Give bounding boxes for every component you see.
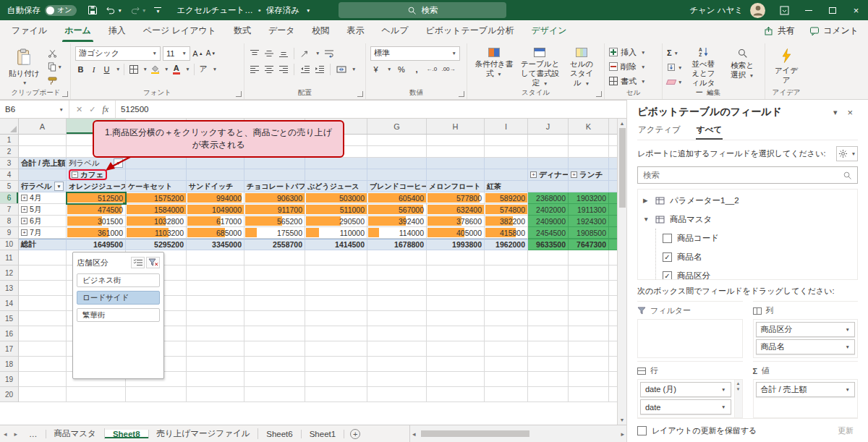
- column-header-A[interactable]: A: [19, 119, 67, 134]
- field-item[interactable]: 商品区分: [656, 266, 857, 280]
- cell-H19[interactable]: [427, 372, 485, 387]
- cell-I12[interactable]: [485, 265, 528, 281]
- cell-F7[interactable]: 511000: [305, 204, 367, 216]
- cell-A7[interactable]: +5月: [19, 204, 67, 216]
- undo-icon[interactable]: ▼: [102, 2, 125, 18]
- sheet-nav-left-icon[interactable]: ◂: [0, 425, 11, 442]
- row-header-9[interactable]: 9: [0, 227, 19, 239]
- ribbon-tab-view[interactable]: 表示: [339, 20, 373, 42]
- cell-I20[interactable]: [485, 387, 528, 402]
- field-pill[interactable]: 合計 / 売上額▼: [756, 382, 856, 397]
- cell-C7[interactable]: 1584000: [126, 204, 187, 216]
- cell-H17[interactable]: [427, 341, 485, 357]
- cell-I16[interactable]: [485, 326, 528, 341]
- cell-J12[interactable]: [528, 265, 569, 281]
- cell-F15[interactable]: [305, 311, 367, 326]
- rows-area-scrollbar[interactable]: ▲▼: [734, 380, 742, 417]
- redo-icon[interactable]: ▼: [127, 2, 150, 18]
- align-bottom-icon[interactable]: [278, 47, 289, 60]
- cell-A8[interactable]: +6月: [19, 216, 67, 227]
- cell-F12[interactable]: [305, 265, 367, 281]
- cell-H8[interactable]: 378600: [427, 216, 485, 227]
- cell-B6[interactable]: 512500: [67, 192, 126, 204]
- cell-F10[interactable]: 1414500: [305, 239, 367, 250]
- spreadsheet[interactable]: ABCDEFGHIJK 123合計 / 売上額列ラベル▼4−カフェ+ディナー+ラ…: [0, 119, 617, 425]
- cell-I13[interactable]: [485, 281, 528, 296]
- cell-K20[interactable]: [569, 387, 609, 402]
- borders-icon[interactable]: [128, 63, 139, 76]
- align-top-icon[interactable]: [249, 47, 260, 60]
- cell-E12[interactable]: [244, 265, 305, 281]
- decrease-decimal-icon[interactable]: .00→: [441, 63, 455, 76]
- cell-I9[interactable]: 415800: [485, 227, 528, 239]
- row-header-2[interactable]: 2: [0, 146, 19, 158]
- comma-icon[interactable]: ,: [411, 63, 422, 76]
- slicer-clear-filter-icon[interactable]: [146, 257, 160, 268]
- cell-H5[interactable]: メロンフロート: [427, 181, 485, 192]
- slicer-multiselect-icon[interactable]: [131, 257, 145, 268]
- underline-button[interactable]: U: [101, 63, 112, 76]
- field-pill[interactable]: date (月)▼: [640, 382, 731, 397]
- row-header-5[interactable]: 5: [0, 181, 19, 192]
- cell-styles-button[interactable]: セルのスタイル ▼: [563, 45, 600, 88]
- cell-F5[interactable]: ぶどうジュース: [305, 181, 367, 192]
- cell-D6[interactable]: 994000: [187, 192, 244, 204]
- cell-A2[interactable]: [19, 146, 67, 158]
- tree-chevron-icon[interactable]: ▼: [643, 216, 650, 223]
- sheet-nav-right-icon[interactable]: ▸: [11, 425, 22, 442]
- alignment-dialog-launcher[interactable]: [357, 91, 363, 97]
- cell-E18[interactable]: [244, 357, 305, 372]
- share-button[interactable]: 共有: [757, 22, 801, 39]
- insert-function-icon[interactable]: fx: [102, 104, 109, 115]
- field-checkbox[interactable]: [663, 252, 672, 262]
- cell-G19[interactable]: [367, 372, 427, 387]
- cell-F16[interactable]: [305, 326, 367, 341]
- cell-J20[interactable]: [528, 387, 569, 402]
- filters-area[interactable]: [637, 319, 743, 358]
- copy-icon[interactable]: ▼: [46, 61, 64, 73]
- column-header-H[interactable]: H: [427, 119, 485, 134]
- ribbon-tab-file[interactable]: ファイル: [3, 20, 56, 42]
- cell-I10[interactable]: 1962000: [485, 239, 528, 250]
- update-button[interactable]: 更新: [833, 424, 858, 438]
- field-pill[interactable]: 商品名▼: [756, 339, 856, 354]
- cell-C4[interactable]: [126, 169, 187, 181]
- cell-B4[interactable]: −カフェ: [67, 169, 126, 181]
- panel-close-icon[interactable]: ×: [842, 107, 858, 118]
- cell-I4[interactable]: [485, 169, 528, 181]
- cell-F11[interactable]: [305, 250, 367, 265]
- cell-I14[interactable]: [485, 296, 528, 311]
- ribbon-tab-help[interactable]: ヘルプ: [373, 20, 417, 42]
- ribbon-tab-data[interactable]: データ: [260, 20, 304, 42]
- cell-J6[interactable]: 2368000: [528, 192, 569, 204]
- cell-J3[interactable]: [528, 158, 569, 169]
- cell-H6[interactable]: 577800: [427, 192, 485, 204]
- cell-G7[interactable]: 567000: [367, 204, 427, 216]
- cell-J16[interactable]: [528, 326, 569, 341]
- cell-K14[interactable]: [569, 296, 609, 311]
- number-dialog-launcher[interactable]: [459, 91, 464, 97]
- cell-A17[interactable]: [19, 341, 67, 357]
- cell-D9[interactable]: 685000: [187, 227, 244, 239]
- columns-area[interactable]: 商品区分▼商品名▼: [753, 319, 859, 358]
- select-all-corner[interactable]: [0, 119, 19, 134]
- customize-qat-icon[interactable]: ▼: [150, 2, 165, 18]
- column-header-J[interactable]: J: [528, 119, 569, 134]
- cell-B3[interactable]: 列ラベル▼: [67, 158, 126, 169]
- cell-H4[interactable]: [427, 169, 485, 181]
- cancel-icon[interactable]: ✕: [76, 105, 82, 114]
- cell-E13[interactable]: [244, 281, 305, 296]
- cell-K11[interactable]: [569, 250, 609, 265]
- paste-button[interactable]: 貼り付け▼: [6, 45, 43, 85]
- cell-E19[interactable]: [244, 372, 305, 387]
- tools-gear-icon[interactable]: ▼: [836, 146, 858, 161]
- cell-G3[interactable]: [367, 158, 427, 169]
- cell-F3[interactable]: [305, 158, 367, 169]
- field-checkbox[interactable]: [663, 271, 672, 281]
- cell-K7[interactable]: 1911300: [569, 204, 609, 216]
- conditional-formatting-button[interactable]: 条件付き書式 ▼: [472, 45, 516, 78]
- cell-D3[interactable]: [187, 158, 244, 169]
- defer-layout-checkbox[interactable]: [637, 426, 647, 435]
- expand-icon[interactable]: +: [21, 229, 27, 236]
- tree-item-0[interactable]: ▶パラメーター1__2: [638, 191, 857, 210]
